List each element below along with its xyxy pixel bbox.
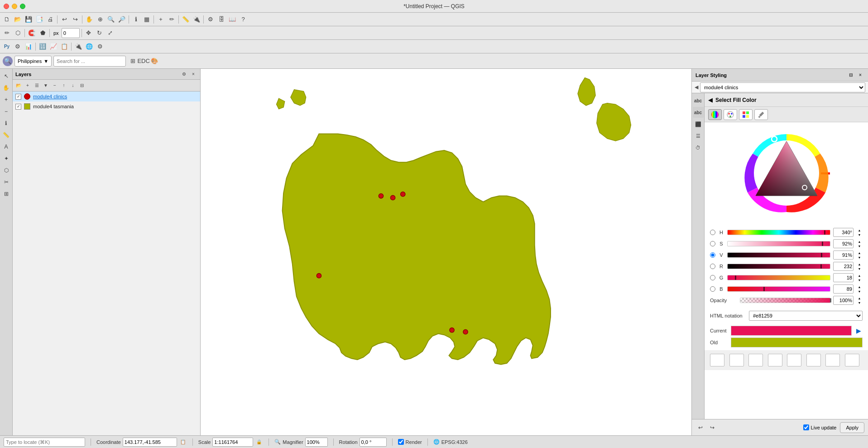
color-palette-tab[interactable]	[724, 109, 737, 120]
select-features-icon[interactable]: ↖	[1, 71, 12, 82]
s-spinner[interactable]: ▲ ▼	[856, 239, 863, 248]
g-value[interactable]: 18	[833, 273, 854, 282]
save-as-icon[interactable]: 📑	[34, 14, 44, 24]
filter-layers-icon[interactable]: ▼	[42, 82, 50, 90]
redo-icon[interactable]: ↪	[70, 14, 80, 24]
epsg-value[interactable]: EPSG:4326	[441, 439, 468, 445]
zoom-in-icon[interactable]: 🔍	[106, 14, 116, 24]
select-icon[interactable]: ▦	[142, 14, 152, 24]
stats-icon[interactable]: 📈	[48, 42, 58, 52]
swatch-4[interactable]	[787, 354, 801, 366]
move-up-icon[interactable]: ↑	[60, 82, 68, 90]
live-update-label[interactable]: Live update	[803, 424, 837, 430]
layer-item-tasmania[interactable]: ✓ module4 tasmania	[13, 101, 200, 111]
opacity-down[interactable]: ▼	[856, 300, 863, 305]
rotation-input[interactable]	[360, 438, 387, 447]
locate-input[interactable]	[4, 438, 85, 447]
styling-layers-icon[interactable]: ☰	[693, 130, 704, 141]
color-icon[interactable]: 🎨	[149, 56, 159, 66]
color-wheel[interactable]	[741, 128, 832, 218]
undo-icon[interactable]: ↩	[59, 14, 69, 24]
b-spinner[interactable]: ▲ ▼	[856, 284, 863, 294]
h-slider-track[interactable]	[727, 230, 830, 235]
b-up[interactable]: ▲	[856, 284, 863, 289]
styling-abc-icon[interactable]: abc	[693, 95, 704, 106]
snapping-icon[interactable]: 🧲	[27, 28, 37, 38]
measure-icon[interactable]: 📏	[181, 14, 191, 24]
region-dropdown[interactable]: Philippines ▼	[14, 56, 52, 67]
scale-input[interactable]	[212, 438, 253, 447]
edit-icon[interactable]: ✏	[2, 28, 12, 38]
s-value[interactable]: 92%	[833, 239, 854, 248]
new-project-icon[interactable]: 🗋	[2, 14, 12, 24]
zoom-out-icon[interactable]: 🔎	[117, 14, 127, 24]
close-button[interactable]	[4, 4, 9, 9]
h-spinner[interactable]: ▲ ▼	[856, 228, 863, 237]
layer-checkbox-tasmania[interactable]: ✓	[15, 104, 21, 110]
layers-actions[interactable]: ⚙ ×	[180, 70, 197, 78]
b-down[interactable]: ▼	[856, 289, 863, 294]
node-tool-icon[interactable]: ⬡	[13, 28, 23, 38]
g-spinner[interactable]: ▲ ▼	[856, 273, 863, 282]
rotate-icon[interactable]: ↻	[95, 28, 105, 38]
r-spinner[interactable]: ▲ ▼	[856, 262, 863, 271]
v-down[interactable]: ▼	[856, 255, 863, 260]
move-down-icon[interactable]: ↓	[69, 82, 77, 90]
s-radio[interactable]	[710, 241, 715, 246]
swatch-7[interactable]	[845, 354, 859, 366]
s-slider-track[interactable]	[727, 241, 830, 246]
open-layer-icon[interactable]: 📂	[14, 82, 23, 90]
save-project-icon[interactable]: 💾	[24, 14, 34, 24]
opacity-up[interactable]: ▲	[856, 296, 863, 300]
pan-icon[interactable]: ✋	[84, 14, 94, 24]
atlas-icon[interactable]: 📖	[227, 14, 237, 24]
swatch-1[interactable]	[729, 354, 744, 366]
swatch-0[interactable]	[710, 354, 724, 366]
styling-close-icon[interactable]: ×	[856, 71, 864, 79]
plugins-icon[interactable]: 🔌	[192, 14, 201, 24]
digitize-icon2[interactable]: ⬟	[38, 28, 48, 38]
b-radio[interactable]	[710, 286, 715, 292]
coordinate-input[interactable]	[123, 438, 177, 447]
live-update-checkbox[interactable]	[803, 424, 809, 430]
pan-map-icon[interactable]: ✋	[1, 82, 12, 93]
v-slider-track[interactable]	[727, 252, 830, 258]
model-builder-icon[interactable]: 📊	[24, 42, 34, 52]
styling-layer-dropdown[interactable]: module4 clinics	[700, 82, 865, 92]
swatch-6[interactable]	[825, 354, 840, 366]
r-up[interactable]: ▲	[856, 262, 863, 266]
identify-icon[interactable]: ℹ	[131, 14, 141, 24]
back-arrow[interactable]: ◀	[695, 84, 698, 90]
h-up[interactable]: ▲	[856, 228, 863, 232]
minimize-button[interactable]	[12, 4, 17, 9]
history-back-icon[interactable]: ↩	[695, 423, 705, 433]
render-checkbox[interactable]	[398, 439, 404, 445]
styling-history-icon[interactable]: ⏱	[693, 142, 704, 153]
zoom-full-icon[interactable]: ⊕	[95, 14, 105, 24]
map-area[interactable]	[201, 69, 691, 435]
locator-icon[interactable]: 🔍	[3, 56, 13, 66]
measure-tool-icon[interactable]: 📏	[1, 130, 12, 140]
db-icon[interactable]: 🗄	[216, 14, 226, 24]
add-feature-icon[interactable]: ✦	[1, 153, 12, 164]
processing-toolbox-icon[interactable]: ⚙	[13, 42, 23, 52]
v-up[interactable]: ▲	[856, 250, 863, 255]
scale-icon[interactable]: ⤢	[106, 28, 115, 38]
v-radio[interactable]	[710, 252, 715, 258]
merge-icon[interactable]: ⊞	[1, 188, 12, 199]
split-icon[interactable]: ✂	[1, 177, 12, 188]
r-down[interactable]: ▼	[856, 266, 863, 271]
s-up[interactable]: ▲	[856, 239, 863, 244]
color-grid-tab[interactable]	[739, 109, 753, 120]
h-radio[interactable]	[710, 230, 715, 235]
styling-abc2-icon[interactable]: abc	[693, 107, 704, 118]
zoom-out-tool-icon[interactable]: −	[1, 106, 12, 117]
layer-item-clinics[interactable]: ✓ module4 clinics	[13, 92, 200, 101]
processing-icon[interactable]: ⚙	[206, 14, 216, 24]
digitize-icon[interactable]: ✏	[167, 14, 177, 24]
apply-button[interactable]: Apply	[840, 422, 864, 433]
opacity-spinner[interactable]: ▲ ▼	[856, 296, 863, 305]
styling-cube-icon[interactable]: ⬛	[693, 119, 704, 130]
add-to-swatches-icon[interactable]: ▶	[854, 327, 863, 335]
opacity-value[interactable]: 100%	[833, 296, 854, 305]
